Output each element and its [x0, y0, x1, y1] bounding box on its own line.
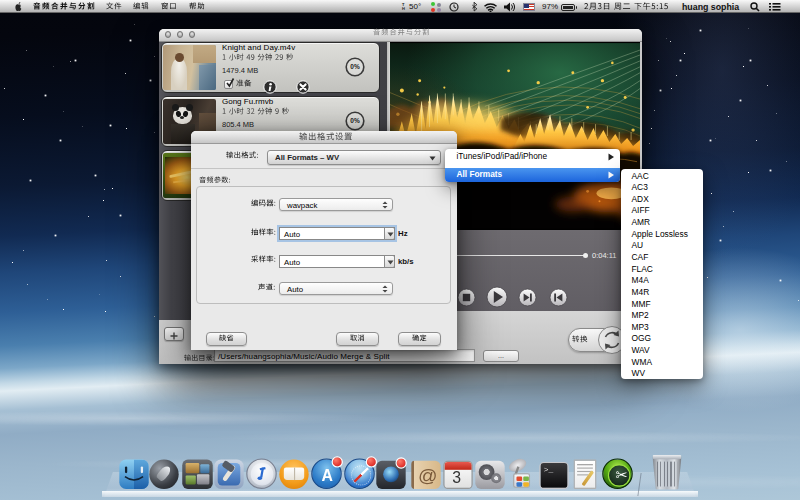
svg-text:0%: 0%	[350, 117, 360, 124]
svg-text:0%: 0%	[350, 63, 360, 70]
